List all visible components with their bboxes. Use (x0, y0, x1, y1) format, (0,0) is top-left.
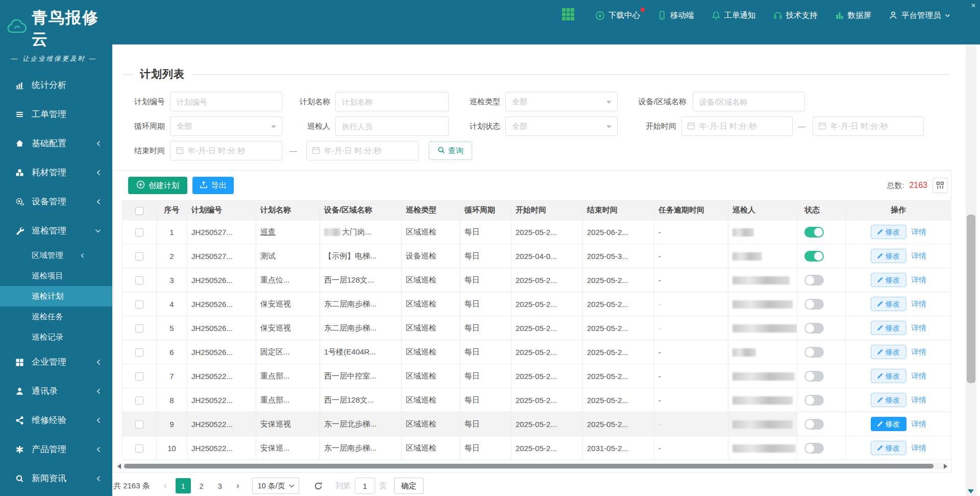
horizontal-scrollbar[interactable] (116, 463, 949, 469)
submenu-inspection-items[interactable]: 巡检项目 (0, 266, 112, 286)
page-size-select[interactable]: 10 条/页 (252, 478, 299, 494)
sidebar-item-contacts[interactable]: 通讯录 (0, 376, 112, 406)
sidebar-item-products[interactable]: 产品管理 (0, 435, 112, 464)
status-toggle[interactable] (804, 347, 824, 358)
plan-name[interactable]: 保安巡视 (260, 323, 291, 332)
plan-name[interactable]: 重点部... (260, 371, 290, 380)
plan-name-input[interactable] (336, 92, 448, 111)
submenu-inspection-plan[interactable]: 巡检计划 (0, 286, 112, 306)
scroll-right-arrow[interactable] (944, 464, 947, 469)
nav-workorder-notice[interactable]: 工单通知 (712, 10, 756, 21)
sidebar-item-repair-experience[interactable]: 维修经验 (0, 406, 112, 435)
detail-link[interactable]: 详情 (912, 227, 926, 237)
end-time-to-picker[interactable]: 年-月-日 时:分:秒 (306, 141, 419, 160)
start-time-to-picker[interactable]: 年-月-日 时:分:秒 (813, 116, 924, 136)
horizontal-scroll-thumb[interactable] (124, 464, 934, 468)
plan-name[interactable]: 巡查 (260, 227, 276, 236)
start-time-from-picker[interactable]: 年-月-日 时:分:秒 (681, 116, 793, 136)
edit-button[interactable]: 修改 (871, 393, 906, 407)
apps-grid-icon[interactable] (561, 8, 575, 23)
plan-name[interactable]: 重点位... (260, 275, 290, 284)
nav-download-center[interactable]: 下载中心 (595, 10, 640, 21)
cycle-select[interactable]: 全部 (170, 116, 282, 136)
plan-code-input[interactable] (170, 92, 282, 111)
status-toggle[interactable] (804, 275, 824, 286)
edit-button[interactable]: 修改 (871, 321, 906, 335)
edit-button[interactable]: 修改 (871, 345, 906, 359)
sidebar-item-workorder[interactable]: 工单管理 (0, 100, 112, 129)
confirm-button[interactable]: 确定 (394, 478, 424, 494)
detail-link[interactable]: 详情 (912, 275, 926, 285)
detail-link[interactable]: 详情 (912, 251, 926, 261)
detail-link[interactable]: 详情 (912, 443, 926, 453)
edit-button[interactable]: 修改 (871, 441, 906, 455)
page-3-button[interactable]: 3 (212, 478, 228, 493)
row-checkbox[interactable] (135, 396, 143, 405)
edit-button[interactable]: 修改 (871, 273, 906, 287)
status-toggle[interactable] (804, 443, 824, 454)
column-settings-button[interactable] (933, 178, 948, 193)
submenu-inspection-tasks[interactable]: 巡检任务 (0, 306, 112, 327)
search-button[interactable]: 查询 (429, 141, 472, 160)
status-toggle[interactable] (804, 419, 824, 430)
sidebar-item-devices[interactable]: 设备管理 (0, 187, 112, 216)
vertical-scroll-thumb[interactable] (967, 215, 975, 383)
plan-status-select[interactable]: 全部 (505, 116, 618, 136)
detail-link[interactable]: 详情 (912, 299, 926, 309)
refresh-button[interactable] (313, 481, 323, 491)
sidebar-item-basic-config[interactable]: 基础配置 (0, 129, 112, 158)
sidebar-item-consumables[interactable]: 耗材管理 (0, 158, 112, 187)
row-checkbox[interactable] (135, 348, 143, 357)
plan-name[interactable]: 测试 (260, 251, 276, 260)
next-page-button[interactable]: › (231, 478, 245, 493)
status-toggle[interactable] (804, 395, 824, 406)
row-checkbox[interactable] (135, 324, 143, 333)
row-checkbox[interactable] (135, 420, 143, 429)
plan-name[interactable]: 安保巡... (260, 443, 290, 452)
row-checkbox[interactable] (135, 252, 143, 261)
edit-button[interactable]: 修改 (871, 417, 906, 431)
vertical-scrollbar[interactable] (966, 44, 976, 496)
row-checkbox[interactable] (135, 444, 143, 453)
corner-close-icon[interactable]: ✕ (971, 2, 976, 9)
sidebar-item-inspection[interactable]: 巡检管理 (0, 216, 112, 245)
page-2-button[interactable]: 2 (194, 478, 209, 493)
status-toggle[interactable] (804, 371, 824, 382)
row-checkbox[interactable] (135, 300, 143, 309)
status-toggle[interactable] (804, 299, 824, 310)
row-checkbox[interactable] (135, 276, 143, 285)
plan-name[interactable]: 固定区... (260, 347, 290, 356)
status-toggle[interactable] (804, 323, 824, 334)
edit-button[interactable]: 修改 (871, 369, 906, 383)
nav-user-menu[interactable]: 平台管理员 (889, 10, 950, 21)
end-time-from-picker[interactable]: 年-月-日 时:分:秒 (170, 141, 282, 160)
row-checkbox[interactable] (135, 228, 143, 237)
create-plan-button[interactable]: 创建计划 (128, 177, 187, 194)
inspection-type-select[interactable]: 全部 (505, 92, 618, 111)
goto-page-input[interactable] (355, 478, 375, 494)
select-all-checkbox[interactable] (135, 207, 143, 215)
submenu-area-management[interactable]: 区域管理 (0, 245, 112, 266)
sidebar-item-stats[interactable]: 统计分析 (0, 70, 112, 100)
nav-tech-support[interactable]: 技术支持 (773, 10, 818, 21)
detail-link[interactable]: 详情 (912, 419, 926, 429)
edit-button[interactable]: 修改 (871, 249, 906, 263)
detail-link[interactable]: 详情 (912, 347, 926, 357)
area-name-input[interactable] (693, 92, 804, 111)
plan-name[interactable]: 安保巡视 (260, 419, 291, 428)
detail-link[interactable]: 详情 (912, 371, 926, 381)
scroll-left-arrow[interactable] (117, 464, 121, 469)
detail-link[interactable]: 详情 (912, 395, 926, 405)
edit-button[interactable]: 修改 (871, 225, 906, 239)
nav-data-screen[interactable]: 数据屏 (835, 10, 872, 21)
nav-mobile[interactable]: 移动端 (657, 10, 694, 21)
inspector-input[interactable] (336, 117, 448, 135)
submenu-inspection-records[interactable]: 巡检记录 (0, 327, 112, 347)
row-checkbox[interactable] (135, 372, 143, 381)
detail-link[interactable]: 详情 (912, 323, 926, 333)
status-toggle[interactable] (804, 251, 824, 262)
edit-button[interactable]: 修改 (871, 297, 906, 311)
status-toggle[interactable] (804, 227, 824, 238)
sidebar-item-news[interactable]: 新闻资讯 (0, 464, 112, 493)
prev-page-button[interactable]: ‹ (158, 478, 173, 493)
